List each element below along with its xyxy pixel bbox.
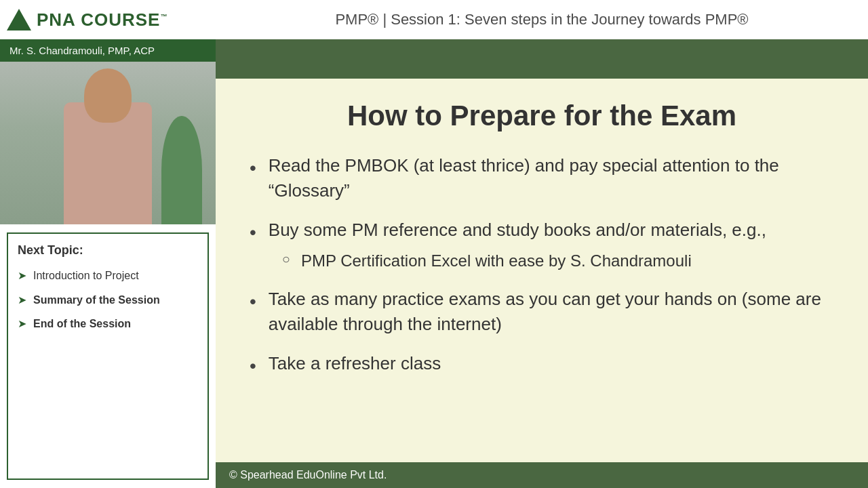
slide-header-bar	[216, 39, 868, 79]
list-item: ➤ Summary of the Session	[18, 293, 198, 308]
top-header: PNA COURSE™ PMP® | Session 1: Seven step…	[0, 0, 868, 39]
bullet-item-2: • Buy some PM reference and study books …	[250, 218, 834, 272]
next-topic-title: Next Topic:	[18, 243, 198, 258]
arrow-icon-3: ➤	[18, 317, 26, 330]
list-item: ➤ End of the Session	[18, 317, 198, 331]
logo-section: PNA COURSE™	[0, 9, 216, 30]
bullet-item-1: • Read the PMBOK (at least thrice) and p…	[250, 153, 834, 203]
sub-bullet-1: ○ PMP Certification Excel with ease by S…	[282, 249, 834, 272]
presenter-label: Mr. S. Chandramouli, PMP, ACP	[0, 39, 216, 62]
arrow-icon-1: ➤	[18, 269, 26, 282]
sub-bullet-text-1: PMP Certification Excel with ease by S. …	[301, 249, 692, 272]
bullet-dot-icon-4: •	[250, 352, 256, 379]
bullet-text-3: Take as many practice exams as you can g…	[269, 287, 834, 336]
presenter-head	[84, 68, 132, 123]
session-title: PMP® | Session 1: Seven steps in the Jou…	[216, 11, 868, 28]
sub-bullet-dot-icon: ○	[282, 249, 290, 268]
topic-label-2: Summary of the Session	[33, 293, 160, 308]
bullet-item-4: • Take a refresher class	[250, 351, 834, 379]
left-sidebar: Mr. S. Chandramouli, PMP, ACP Next Topic…	[0, 39, 216, 488]
list-item: ➤ Introduction to Project	[18, 268, 198, 283]
slide-content: How to Prepare for the Exam • Read the P…	[216, 79, 868, 462]
bullet-text-2: Buy some PM reference and study books an…	[269, 218, 834, 272]
topic-label-1: Introduction to Project	[33, 268, 139, 283]
bullet-list: • Read the PMBOK (at least thrice) and p…	[250, 153, 834, 379]
logo-triangle-icon	[7, 9, 31, 30]
bullet-item-3: • Take as many practice exams as you can…	[250, 287, 834, 336]
slide-footer: © Spearhead EduOnline Pvt Ltd.	[216, 462, 868, 488]
arrow-icon-2: ➤	[18, 293, 26, 306]
slide-title: How to Prepare for the Exam	[250, 99, 834, 133]
bullet-text-1: Read the PMBOK (at least thrice) and pay…	[269, 153, 834, 203]
logo-text: PNA COURSE™	[37, 9, 167, 30]
bullet-text-4: Take a refresher class	[269, 351, 834, 375]
bullet-dot-icon-3: •	[250, 288, 256, 314]
main-content: Mr. S. Chandramouli, PMP, ACP Next Topic…	[0, 39, 868, 488]
slide-area: How to Prepare for the Exam • Read the P…	[216, 39, 868, 488]
webcam-plant	[161, 116, 202, 224]
next-topic-box: Next Topic: ➤ Introduction to Project ➤ …	[7, 232, 209, 480]
bullet-dot-icon-2: •	[250, 219, 256, 245]
webcam-area	[0, 62, 216, 224]
bullet-dot-icon-1: •	[250, 155, 256, 181]
topic-label-3: End of the Session	[33, 317, 131, 331]
